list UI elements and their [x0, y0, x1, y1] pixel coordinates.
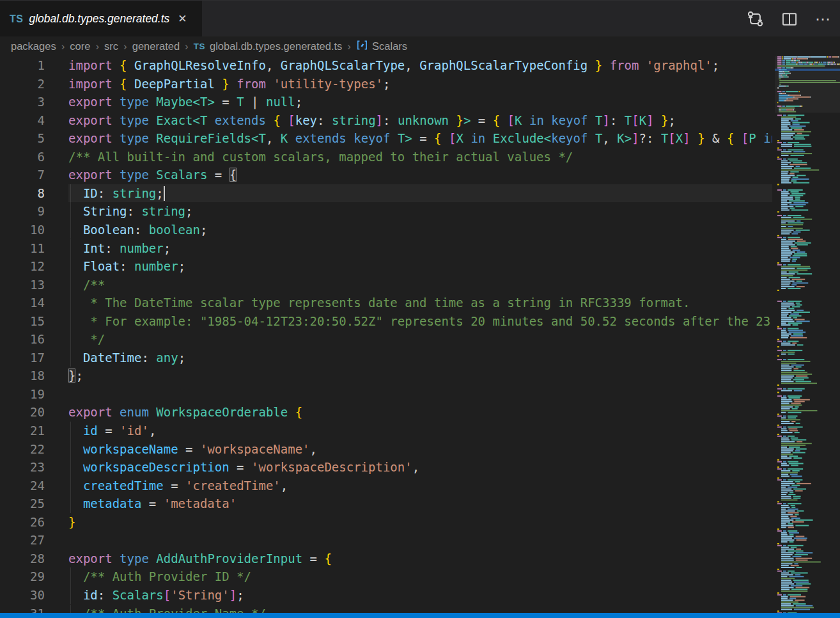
code-line[interactable]: export enum WorkspaceOrderable {	[68, 403, 772, 422]
tab-bar: TS global.db.types.generated.ts ✕	[0, 0, 840, 36]
code-line[interactable]: * The DateTime scalar type represents da…	[68, 294, 772, 312]
line-number[interactable]: 9	[0, 202, 45, 221]
status-bar	[0, 613, 840, 618]
code-area[interactable]: import { GraphQLResolveInfo, GraphQLScal…	[68, 56, 772, 613]
line-number[interactable]: 5	[0, 129, 45, 148]
code-line[interactable]: /** Auth Provider Name */	[68, 605, 772, 614]
line-number[interactable]: 2	[0, 75, 45, 93]
line-number[interactable]: 24	[0, 477, 45, 495]
code-line[interactable]: export type Maybe<T> = T | null;	[68, 93, 772, 111]
line-number[interactable]: 28	[0, 550, 45, 568]
line-number[interactable]: 16	[0, 330, 45, 349]
line-number[interactable]: 11	[0, 239, 45, 258]
code-token: ,	[412, 460, 419, 474]
code-line[interactable]: * For example: "1985-04-12T23:20:50.52Z"…	[68, 312, 772, 331]
line-number[interactable]: 14	[0, 294, 45, 312]
minimap[interactable]	[775, 56, 840, 613]
code-token: Exact<T	[156, 113, 207, 127]
code-line[interactable]: /** All built-in and custom scalars, map…	[68, 148, 772, 166]
code-line[interactable]: id = 'id',	[68, 422, 772, 440]
code-line[interactable]: export type Exact<T extends { [key: stri…	[68, 111, 772, 130]
line-number[interactable]: 13	[0, 276, 45, 294]
indent-guide	[70, 276, 71, 294]
code-token: =	[207, 168, 229, 182]
breadcrumb-item-generated[interactable]: generated	[132, 40, 180, 52]
code-line[interactable]: import { GraphQLResolveInfo, GraphQLScal…	[68, 56, 772, 75]
breadcrumb-item-src[interactable]: src	[104, 40, 118, 52]
line-number[interactable]: 17	[0, 349, 45, 367]
line-number[interactable]: 22	[0, 440, 45, 459]
line-number[interactable]: 18	[0, 367, 45, 385]
code-line[interactable]: export type Scalars = {	[68, 166, 772, 184]
code-line[interactable]: createdTime = 'createdTime',	[68, 477, 772, 495]
code-line[interactable]: /** Auth Provider ID */	[68, 567, 772, 586]
code-token: */	[90, 332, 105, 346]
close-icon[interactable]: ✕	[178, 13, 187, 24]
code-line[interactable]: Boolean: boolean;	[68, 221, 772, 239]
line-number[interactable]: 12	[0, 257, 45, 276]
editor-group: 1234567891011121314151617181920212223242…	[0, 56, 840, 613]
code-line[interactable]: Float: number;	[68, 257, 772, 276]
line-number[interactable]: 20	[0, 403, 45, 422]
tab-global-db-types[interactable]: TS global.db.types.generated.ts ✕	[0, 1, 202, 37]
line-number[interactable]: 21	[0, 422, 45, 440]
code-token: string	[141, 204, 185, 218]
open-changes-button[interactable]	[747, 10, 764, 28]
line-number[interactable]: 30	[0, 586, 45, 605]
split-editor-button[interactable]	[781, 11, 798, 28]
breadcrumb-item-file[interactable]: global.db.types.generated.ts	[210, 40, 342, 52]
code-token: WorkspaceOrderable	[156, 405, 288, 419]
code-token: export	[68, 95, 113, 109]
code-line[interactable]	[68, 385, 772, 404]
code-line[interactable]: workspaceDescription = 'workspaceDescrip…	[68, 458, 772, 477]
line-number[interactable]: 4	[0, 111, 45, 130]
code-line[interactable]: id: Scalars['String'];	[68, 586, 772, 605]
code-token: ;	[237, 588, 244, 602]
code-line[interactable]: String: string;	[68, 202, 772, 221]
code-token: ]	[602, 113, 609, 127]
code-token: id	[83, 588, 98, 602]
line-number[interactable]: 1	[0, 56, 45, 75]
code-token: ID	[83, 186, 98, 200]
line-number[interactable]: 7	[0, 166, 45, 184]
code-line[interactable]: */	[68, 330, 772, 349]
breadcrumb-item-packages[interactable]: packages	[11, 40, 56, 52]
code-line[interactable]: export type AddAuthProviderInput = {	[68, 550, 772, 568]
code-line[interactable]: };	[68, 367, 772, 385]
line-number[interactable]: 3	[0, 93, 45, 111]
line-number[interactable]: 10	[0, 221, 45, 239]
code-line[interactable]: export type RequireFields<T, K extends k…	[68, 129, 772, 148]
code-token: :	[383, 113, 398, 127]
line-number[interactable]: 8	[0, 184, 45, 203]
code-line[interactable]: import { DeepPartial } from 'utility-typ…	[68, 75, 772, 93]
code-line[interactable]: DateTime: any;	[68, 349, 772, 367]
code-token: export	[68, 131, 113, 145]
line-number[interactable]: 19	[0, 385, 45, 404]
line-number[interactable]: 23	[0, 458, 45, 477]
line-number[interactable]: 15	[0, 312, 45, 331]
code-line[interactable]: Int: number;	[68, 239, 772, 258]
breadcrumb-item-core[interactable]: core	[70, 40, 90, 52]
code-line[interactable]: ID: string;	[68, 184, 772, 203]
code-line[interactable]: workspaceName = 'workspaceName',	[68, 440, 772, 459]
line-number[interactable]: 27	[0, 531, 45, 550]
text-cursor	[164, 186, 165, 201]
line-number[interactable]: 31	[0, 605, 45, 614]
code-line[interactable]: /**	[68, 276, 772, 294]
code-line[interactable]: metadata = 'metadata'	[68, 495, 772, 513]
code-token: T>	[398, 131, 412, 145]
code-line[interactable]: }	[68, 513, 772, 532]
code-token: 'createdTime'	[185, 479, 281, 493]
code-token: key	[295, 113, 317, 127]
line-number[interactable]: 26	[0, 513, 45, 532]
line-number[interactable]: 29	[0, 567, 45, 586]
code-token: ,	[266, 131, 281, 145]
line-number[interactable]: 25	[0, 495, 45, 513]
code-line[interactable]	[68, 531, 772, 550]
code-token: AddAuthProviderInput	[156, 551, 302, 566]
chevron-right-icon: ›	[185, 40, 189, 53]
breadcrumb-item-symbol[interactable]: Scalars	[372, 40, 407, 52]
line-number[interactable]: 6	[0, 148, 45, 166]
more-actions-button[interactable]: ⋯	[815, 12, 831, 27]
code-token: /** Auth Provider Name */	[83, 606, 266, 614]
